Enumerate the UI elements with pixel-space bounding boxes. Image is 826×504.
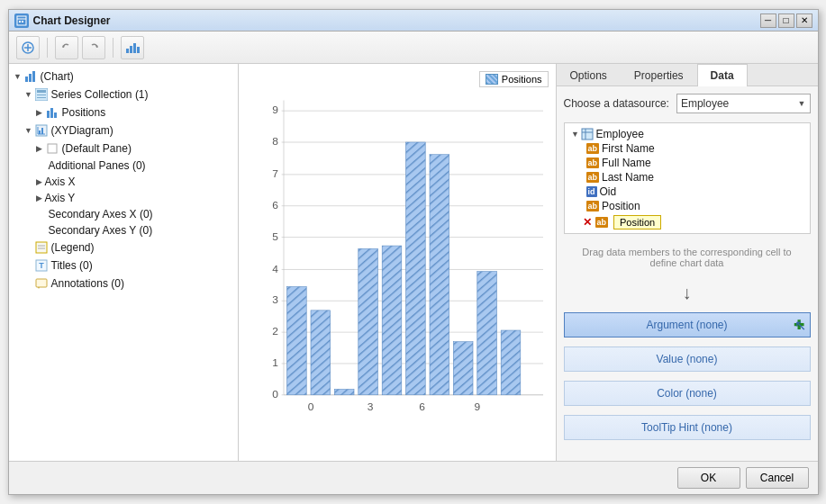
svg-rect-72 (430, 155, 449, 395)
main-content: ▼ (Chart) ▼ (9, 64, 818, 461)
add-button[interactable] (16, 36, 40, 59)
tree-positions[interactable]: ▶ Positions (31, 104, 238, 122)
svg-point-24 (212, 111, 215, 114)
argument-drop-field[interactable]: Argument (none) ✚ ↖ (564, 312, 811, 338)
tree-secondary-axes-x[interactable]: ▶ Secondary Axes X (0) (31, 206, 238, 222)
argument-label: Argument (none) (646, 319, 727, 331)
xydiagram-label: (XYDiagram) (51, 124, 113, 137)
default-pane-expand[interactable]: ▶ (34, 143, 45, 154)
tree-xydiagram[interactable]: ▼ (XYDiagram) (20, 122, 238, 140)
tree-secondary-axes-y[interactable]: ▶ Secondary Axes Y (0) (31, 222, 238, 238)
svg-rect-12 (137, 47, 140, 53)
svg-rect-9 (126, 49, 129, 53)
legend-icon (34, 240, 49, 255)
tab-options[interactable]: Options (557, 64, 621, 86)
axis-x-expand[interactable]: ▶ (34, 176, 45, 187)
tab-data[interactable]: Data (697, 64, 748, 86)
svg-rect-33 (41, 128, 43, 134)
maximize-button[interactable]: □ (778, 14, 794, 28)
default-pane-icon (45, 141, 59, 156)
positions-eye-button[interactable] (207, 106, 220, 119)
additional-panes-label: Additional Panes (0) (49, 159, 146, 172)
tab-properties[interactable]: Properties (621, 64, 697, 86)
svg-text:0: 0 (272, 390, 278, 400)
tree-root-label: (Chart) (41, 70, 74, 83)
data-tree-fullname[interactable]: ab Full Name (568, 156, 806, 170)
tooltip-ab-icon: ab (595, 217, 609, 228)
oid-label: Oid (600, 185, 617, 198)
employee-table-icon (581, 128, 594, 140)
svg-text:8: 8 (272, 137, 278, 147)
svg-text:4: 4 (272, 264, 278, 274)
data-tree-lastname[interactable]: ab Last Name (568, 170, 806, 184)
svg-marker-41 (38, 287, 40, 289)
svg-rect-67 (311, 310, 331, 395)
tree-titles[interactable]: ▶ T Titles (0) (20, 256, 238, 274)
xydiagram-expand[interactable]: ▼ (23, 125, 34, 136)
employee-expand[interactable]: ▼ (570, 129, 581, 140)
svg-rect-2 (19, 21, 21, 22)
svg-rect-25 (223, 109, 231, 117)
tree-root[interactable]: ▼ (Chart) (9, 68, 238, 86)
value-drop-field[interactable]: Value (none) (564, 346, 811, 372)
tree-annotations[interactable]: ▶ Annotations (0) (20, 274, 238, 292)
svg-rect-74 (477, 272, 496, 395)
tree-series-collection[interactable]: ▼ Series Collection (1) (20, 86, 238, 104)
svg-rect-66 (286, 286, 306, 394)
chart-header: Positions (246, 71, 549, 87)
axis-x-label: Axis X (45, 176, 76, 188)
data-tree-employee[interactable]: ▼ Employee (568, 127, 806, 141)
positions-label: Positions (62, 106, 106, 119)
positions-expand[interactable]: ▶ (34, 107, 45, 118)
data-tree-position[interactable]: ab Position (568, 199, 806, 213)
svg-rect-10 (130, 46, 132, 53)
close-tooltip-icon[interactable]: ✕ (583, 216, 592, 229)
undo-button[interactable] (55, 36, 78, 59)
series-icon (34, 87, 49, 102)
data-tree-oid[interactable]: id Oid (568, 184, 806, 199)
drag-down-arrow-icon: ↓ (564, 283, 811, 303)
redo-button[interactable] (82, 36, 105, 59)
svg-rect-17 (37, 90, 46, 93)
datasource-dropdown-arrow: ▼ (798, 99, 806, 108)
svg-text:7: 7 (272, 169, 278, 179)
tree-panel: ▼ (Chart) ▼ (9, 64, 239, 461)
datasource-select[interactable]: Employee ▼ (676, 94, 811, 113)
tooltip-drop-field[interactable]: ToolTip Hint (none) (564, 415, 811, 440)
firstname-ab-icon: ab (586, 143, 600, 154)
window-icon (14, 14, 29, 28)
positions-delete-button[interactable] (222, 106, 234, 119)
titlebar-buttons: ─ □ ✕ (760, 14, 812, 28)
close-button[interactable]: ✕ (796, 14, 812, 28)
datasource-row: Choose a datasource: Employee ▼ (564, 94, 811, 113)
tree-default-pane[interactable]: ▶ (Default Pane) (31, 140, 238, 158)
legend-pattern-icon (486, 74, 498, 85)
axis-y-expand[interactable]: ▶ (34, 193, 45, 203)
ok-button[interactable]: OK (677, 467, 740, 489)
tree-axis-y[interactable]: ▶ Axis Y (31, 190, 238, 206)
svg-rect-34 (48, 144, 57, 153)
position-tooltip-label: Position (613, 215, 661, 230)
color-drop-field[interactable]: Color (none) (564, 381, 811, 406)
tree-legend[interactable]: ▶ (Legend) (20, 238, 238, 256)
tree-axis-x[interactable]: ▶ Axis X (31, 174, 238, 190)
color-label: Color (none) (657, 387, 717, 400)
cancel-button[interactable]: Cancel (746, 467, 809, 489)
lastname-label: Last Name (602, 171, 654, 184)
position-tooltip-row: ✕ ab Position (583, 215, 806, 230)
fullname-ab-icon: ab (586, 158, 600, 168)
datasource-select-value: Employee (681, 97, 729, 110)
root-expand[interactable]: ▼ (13, 71, 23, 82)
svg-rect-3 (22, 21, 23, 22)
svg-text:2: 2 (272, 327, 278, 337)
minimize-button[interactable]: ─ (760, 14, 776, 28)
series-expand[interactable]: ▼ (23, 89, 34, 100)
chart-type-button[interactable] (121, 36, 144, 59)
chart-icon (23, 69, 38, 84)
axis-y-label: Axis Y (45, 192, 76, 204)
data-tree-firstname[interactable]: ab First Name (568, 141, 806, 156)
svg-rect-73 (453, 342, 473, 395)
svg-text:6: 6 (419, 401, 425, 411)
lastname-ab-icon: ab (586, 172, 600, 183)
tree-additional-panes[interactable]: ▶ Additional Panes (0) (31, 158, 238, 174)
